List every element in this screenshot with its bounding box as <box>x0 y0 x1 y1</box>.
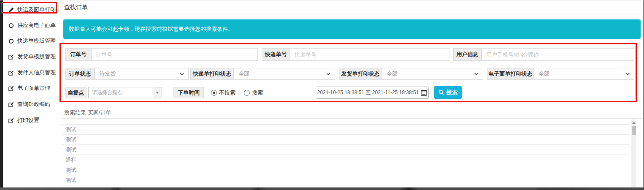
results-list: 测试 测试 测试 通栏 测试 测试 <box>62 124 629 185</box>
sidebar-item-label: 打印设置 <box>17 117 39 124</box>
chevron-down-icon <box>180 73 184 76</box>
results-divider <box>62 118 643 119</box>
list-item[interactable]: 测试 <box>62 145 629 155</box>
radio-search-label: 搜索 <box>252 89 263 97</box>
chevron-down-icon <box>625 73 630 76</box>
pen-square-icon <box>8 102 14 107</box>
date-range-input[interactable]: 2021-10-25 18:38:51 至 2021-11-25 18:38:5… <box>316 87 429 99</box>
radio-no-search-label: 不搜索 <box>219 89 235 97</box>
alert-banner: 数据量大可能会引起卡顿，请在搜索前根据需要选择您的搜索条件。 <box>63 19 641 39</box>
sidebar-item-label: 发货单模版管理 <box>17 53 56 60</box>
pen-square-icon <box>8 70 14 76</box>
invoice-print-status-select[interactable]: 全部 <box>382 68 483 80</box>
ewaybill-print-status-label: 电子面单打印状态 <box>487 68 534 80</box>
search-button-label: 搜索 <box>446 89 457 96</box>
waybill-print-status-value: 全部 <box>238 70 249 78</box>
scrollbar-up-arrow-icon[interactable] <box>632 122 636 124</box>
list-item[interactable]: 测试 <box>62 165 629 175</box>
bottom-taskbar-sliver <box>0 187 644 190</box>
sidebar-item-label: 发件人信息管理 <box>17 69 56 76</box>
sidebar-item-label: 查询邮政编码 <box>17 100 50 108</box>
results-title: 搜索结果 买家/订单 <box>64 109 111 117</box>
time-search-radio-group: 不搜索 搜索 <box>211 87 263 98</box>
alert-text: 数据量大可能会引起卡顿，请在搜索前根据需要选择您的搜索条件。 <box>69 25 233 33</box>
order-no-label: 订单号 <box>65 48 91 61</box>
waybill-print-status-label: 快递单打印状态 <box>190 68 234 80</box>
pickup-point-placeholder: 请选择自提点 <box>89 87 153 98</box>
sidebar: 快递及面单打印 供应商电子面单 快递单模版管理 发货单模版管理 发件人信息管理 <box>3 0 55 187</box>
page-title: 查找订单 <box>64 4 88 11</box>
order-status-label: 订单状态 <box>65 68 95 80</box>
pen-square-icon <box>8 86 14 91</box>
triangle-down-icon[interactable] <box>153 87 162 98</box>
chevron-down-icon <box>326 73 330 76</box>
sidebar-item-label: 电子面单管理 <box>17 84 50 92</box>
date-range-value: 2021-10-25 18:38:51 至 2021-11-25 18:38:5… <box>317 89 419 96</box>
sidebar-item-supplier-ewaybill[interactable]: 供应商电子面单 <box>8 22 56 29</box>
sidebar-item-label: 供应商电子面单 <box>17 22 56 29</box>
ewaybill-print-status-select[interactable]: 全部 <box>534 68 634 80</box>
list-item[interactable]: 通栏 <box>62 155 629 165</box>
pickup-point-combo[interactable]: 请选择自提点 <box>88 87 162 98</box>
left-dark-strip <box>0 0 3 187</box>
user-info-label: 用户信息 <box>453 48 482 61</box>
sidebar-item-waybill-template[interactable]: 快递单模版管理 <box>8 37 56 45</box>
pen-icon <box>8 7 14 13</box>
sidebar-item-ewaybill-manage[interactable]: 电子面单管理 <box>8 84 50 92</box>
order-status-select[interactable]: 待发货 <box>95 68 189 80</box>
sidebar-item-label: 快递单模版管理 <box>17 37 56 45</box>
results-scrollbar[interactable] <box>631 119 636 187</box>
scrollbar-thumb[interactable] <box>632 126 636 135</box>
invoice-print-status-label: 发货单打印状态 <box>339 68 382 80</box>
pen-square-icon <box>8 118 14 123</box>
radio-no-search[interactable]: 不搜索 <box>211 89 235 97</box>
circle-icon <box>8 23 14 28</box>
search-button[interactable]: 搜索 <box>434 86 462 99</box>
order-time-label: 下单时间 <box>173 87 204 98</box>
pickup-point-label: 自提点 <box>65 87 87 98</box>
ewaybill-print-status-value: 全部 <box>538 70 549 78</box>
sidebar-item-postcode-query[interactable]: 查询邮政编码 <box>8 100 50 108</box>
order-status-value: 待发货 <box>99 70 116 78</box>
pen-square-icon <box>8 54 14 60</box>
sidebar-item-sender-info[interactable]: 发件人信息管理 <box>8 69 56 76</box>
user-info-input[interactable] <box>482 48 634 61</box>
list-item[interactable]: 测试 <box>62 135 629 145</box>
tracking-no-input[interactable] <box>290 48 449 61</box>
header-divider <box>62 14 643 14</box>
list-item[interactable]: 测试 <box>62 125 629 135</box>
sidebar-item-label: 快递及面单打印 <box>17 6 56 14</box>
order-no-input[interactable] <box>91 48 258 61</box>
waybill-print-status-select[interactable]: 全部 <box>234 68 335 80</box>
circle-icon <box>8 38 14 44</box>
radio-search[interactable]: 搜索 <box>244 89 263 97</box>
magnifier-icon <box>438 90 444 95</box>
radio-unselected-icon[interactable] <box>244 90 250 96</box>
calendar-icon[interactable] <box>421 90 427 96</box>
sidebar-item-express-print[interactable]: 快递及面单打印 <box>8 6 56 14</box>
chevron-down-icon <box>474 73 479 76</box>
tracking-no-label: 快递单号 <box>262 48 290 61</box>
radio-selected-icon[interactable] <box>211 90 217 96</box>
invoice-print-status-value: 全部 <box>387 70 398 78</box>
sidebar-item-print-settings[interactable]: 打印设置 <box>8 117 39 124</box>
app-window: 快递及面单打印 供应商电子面单 快递单模版管理 发货单模版管理 发件人信息管理 <box>0 0 644 190</box>
list-item[interactable]: 测试 <box>62 175 629 185</box>
sidebar-item-invoice-template[interactable]: 发货单模版管理 <box>8 53 56 60</box>
